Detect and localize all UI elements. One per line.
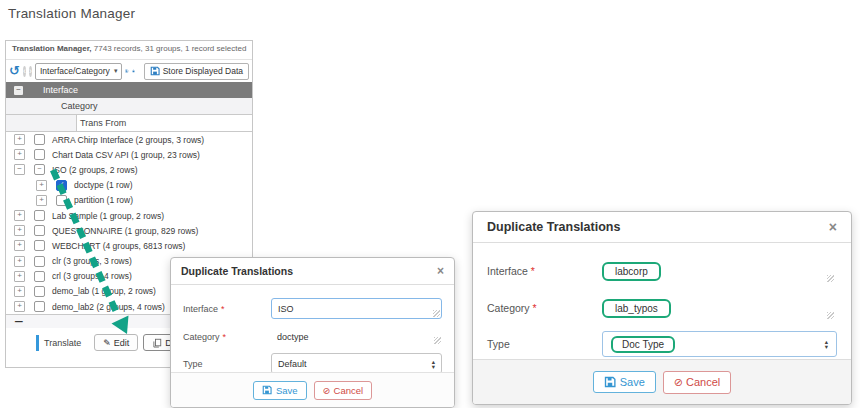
cancel-icon: ⊘ (323, 385, 331, 396)
checkbox[interactable] (34, 149, 45, 160)
cancel-button-label: Cancel (686, 376, 720, 388)
cancel-button[interactable]: ⊘ Cancel (663, 371, 731, 394)
resize-grip-icon[interactable] (827, 312, 834, 319)
dialog-footer: Save ⊘ Cancel (473, 359, 851, 404)
chevron-down-icon: ▾ (114, 67, 118, 75)
required-asterisk: * (531, 265, 535, 277)
prev-icon[interactable]: ‹ (23, 66, 26, 77)
tree-row-lab-sample[interactable]: + Lab Sample (1 group, 2 rows) (6, 208, 252, 223)
checkbox[interactable] (56, 195, 67, 206)
expand-icon[interactable]: + (36, 195, 47, 206)
translate-accent-bar (36, 335, 39, 351)
tree-row-label: partition (1 row) (74, 195, 133, 205)
save-button-label: Save (276, 385, 298, 396)
type-value: Default (278, 359, 307, 369)
view-mode-select[interactable]: Interface/Category ▾ (35, 63, 122, 80)
tree-row-arra-chirp[interactable]: + ARRA Chirp Interface (2 groups, 3 rows… (6, 132, 252, 147)
column-header-interface[interactable]: − Interface (6, 82, 252, 98)
expand-icon[interactable]: + (14, 225, 25, 236)
tree-row-iso[interactable]: − − ISO (2 groups, 2 rows) (6, 162, 252, 177)
required-asterisk: * (223, 332, 227, 342)
duplicate-translations-dialog-1: Duplicate Translations × Interface* ISO … (170, 257, 455, 408)
expand-icon[interactable]: + (14, 149, 25, 160)
save-button[interactable]: Save (593, 371, 656, 393)
expand-icon[interactable]: + (14, 240, 25, 251)
type-select[interactable]: Default ▴▾ (271, 353, 442, 374)
category-value: lab_typos (615, 303, 658, 314)
interface-field-row: Interface* ISO (171, 298, 454, 319)
column-spacer-cell (6, 115, 77, 131)
interface-value: ISO (278, 304, 294, 314)
checkbox[interactable] (34, 240, 45, 251)
category-field-row: Category* doctype (171, 328, 454, 345)
interface-input[interactable]: labcorp (602, 258, 837, 284)
store-displayed-data-button[interactable]: Store Displayed Data (144, 63, 249, 80)
category-label: Category* (183, 332, 271, 342)
dialog-header: Duplicate Translations × (473, 212, 851, 243)
dialog-footer: Save ⊘ Cancel (171, 372, 454, 407)
tree-row-label: Lab Sample (1 group, 2 rows) (52, 211, 164, 221)
collapse-icon[interactable]: − (14, 164, 25, 175)
tree-row-webchart[interactable]: + WEBCHART (4 groups, 6813 rows) (6, 238, 252, 253)
checkbox[interactable] (34, 210, 45, 221)
required-asterisk: * (533, 302, 537, 314)
store-displayed-data-label: Store Displayed Data (163, 66, 243, 76)
column-header-category[interactable]: Category (6, 98, 252, 115)
resize-grip-icon[interactable] (433, 310, 440, 317)
expand-icon[interactable]: + (14, 210, 25, 221)
tree-row-label: Chart Data CSV API (1 group, 23 rows) (52, 150, 200, 160)
category-value: doctype (277, 332, 309, 342)
type-label: Type (487, 338, 602, 350)
resize-grip-icon[interactable] (434, 337, 441, 344)
required-asterisk: * (221, 304, 225, 314)
checkbox[interactable] (34, 256, 45, 267)
column-header-trans-from[interactable]: Trans From (6, 115, 252, 132)
close-icon[interactable]: × (829, 219, 837, 235)
tree-row-doctype[interactable]: + ✓ doctype (1 row) (6, 178, 252, 193)
checkbox-checked[interactable]: ✓ (56, 180, 67, 191)
checkbox[interactable] (34, 225, 45, 236)
expand-icon[interactable]: + (14, 271, 25, 282)
tree-row-questionnaire[interactable]: + QUESTIONNAIRE (1 group, 829 rows) (6, 223, 252, 238)
cancel-button[interactable]: ⊘ Cancel (314, 381, 373, 400)
next-icon[interactable]: › (29, 66, 32, 77)
type-value: Doc Type (622, 339, 664, 350)
type-field-row: Type Doc Type ▴▾ (473, 331, 851, 357)
expand-icon[interactable]: + (14, 301, 25, 312)
tree-row-chart-data-csv[interactable]: + Chart Data CSV API (1 group, 23 rows) (6, 147, 252, 162)
category-label: Category* (487, 302, 602, 314)
edit-button[interactable]: ✎ Edit (94, 334, 138, 351)
expand-icon[interactable]: + (14, 256, 25, 267)
tree-row-label: WEBCHART (4 groups, 6813 rows) (52, 241, 185, 251)
category-field-row: Category* lab_typos (473, 295, 851, 321)
type-select[interactable]: Doc Type ▴▾ (602, 331, 837, 357)
tree-row-partition[interactable]: + partition (1 row) (6, 193, 252, 208)
close-icon[interactable]: × (437, 264, 444, 278)
expand-icon[interactable]: + (36, 180, 47, 191)
interface-label: Interface* (183, 304, 271, 314)
select-arrows-icon: ▴▾ (432, 359, 435, 369)
highlight-box: labcorp (602, 262, 661, 281)
checkbox-indeterminate[interactable]: − (34, 164, 45, 175)
collapse-icon[interactable]: − (14, 313, 23, 331)
collapse-all-icon[interactable]: − (14, 86, 23, 95)
tree-row-label: demo_lab (1 group, 2 rows) (52, 286, 156, 296)
checkbox[interactable] (34, 134, 45, 145)
resize-grip-icon[interactable] (827, 275, 834, 282)
save-button[interactable]: Save (253, 381, 307, 400)
expand-icon[interactable]: + (14, 286, 25, 297)
checkbox[interactable] (34, 301, 45, 312)
category-input[interactable]: lab_typos (602, 295, 837, 321)
save-layout-icon[interactable] (125, 65, 128, 77)
view-mode-value: Interface/Category (40, 66, 110, 76)
tree-row-label: QUESTIONNAIRE (1 group, 829 rows) (52, 226, 198, 236)
undo-icon[interactable]: ↺ (9, 65, 20, 77)
interface-input[interactable]: ISO (271, 298, 442, 319)
save-button-label: Save (620, 376, 645, 388)
lock-icon[interactable] (132, 65, 135, 77)
expand-icon[interactable]: + (14, 134, 25, 145)
copy-icon (152, 338, 162, 348)
checkbox[interactable] (34, 271, 45, 282)
checkbox[interactable] (34, 286, 45, 297)
category-input[interactable]: doctype (271, 328, 442, 345)
